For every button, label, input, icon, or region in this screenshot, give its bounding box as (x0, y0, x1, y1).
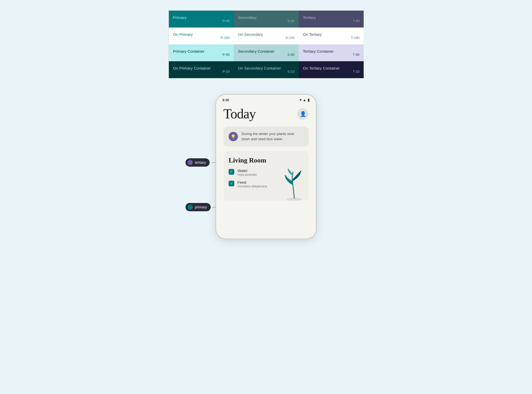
tertiary-label: tertiary (195, 160, 206, 165)
palette-cell: Primary P-40 (169, 11, 234, 28)
palette-cell: Secondary S-40 (234, 11, 299, 28)
cell-label: Tertiary (303, 15, 316, 20)
task-sub-feed: monstera siltepecana (237, 185, 267, 188)
task-text-water: Water hoya australis (237, 168, 257, 176)
palette-cell: Tertiary Container T-90 (299, 44, 364, 61)
palette-cell: On Primary Container P-10 (169, 61, 234, 78)
task-sub-water: hoya australis (237, 173, 257, 176)
tip-text: During the winter your plants slow down … (242, 131, 303, 142)
palette-cell: Secondary Container S-90 (234, 44, 299, 61)
cell-code: T-10 (353, 70, 360, 73)
tertiary-dot (188, 160, 193, 165)
cell-label: Tertiary Container (303, 49, 334, 53)
cell-code: T-90 (353, 53, 360, 57)
status-icons: ▾ ▲ ▮ (300, 98, 310, 102)
phone-area: tertiary primary 9:30 ▾ ▲ ▮ Today 👤 (183, 94, 349, 239)
cell-code: S-40 (288, 19, 295, 23)
cell-code: P-90 (223, 53, 230, 57)
palette-cell: On Tertiary Container T-10 (299, 61, 364, 78)
checkbox-feed[interactable]: ✓ (229, 181, 234, 186)
palette-cell: On Tertiary T-100 (299, 28, 364, 44)
phone-content: Today 👤 💡 During the winter your plants … (216, 104, 316, 208)
avatar-icon: 👤 (300, 111, 306, 117)
cell-code: P-100 (221, 36, 230, 40)
primary-pill: primary (185, 203, 211, 211)
tip-icon: 💡 (229, 132, 238, 141)
cell-code: T-100 (351, 36, 360, 40)
plant-section: Living Room ✓ Water hoya australis ✓ Fee… (223, 151, 309, 201)
cell-code: P-40 (223, 19, 230, 23)
cell-label: On Secondary Container (238, 66, 281, 70)
palette-cell: Tertiary T-40 (299, 11, 364, 28)
time-display: 9:30 (222, 98, 229, 102)
cell-label: On Tertiary Container (303, 66, 340, 70)
cell-code: T-40 (353, 19, 360, 23)
phone-mockup: 9:30 ▾ ▲ ▮ Today 👤 💡 During the winter y… (215, 94, 317, 239)
signal-icon: ▲ (303, 98, 306, 102)
phone-header: Today 👤 (223, 106, 309, 121)
task-name-water: Water (237, 168, 257, 173)
tip-card: 💡 During the winter your plants slow dow… (223, 127, 309, 147)
palette-cell: On Secondary S-100 (234, 28, 299, 44)
section-title: Living Room (229, 157, 303, 164)
cell-label: Secondary (238, 15, 257, 20)
cell-label: Primary Container (173, 49, 204, 53)
cell-code: S-100 (285, 36, 295, 40)
wifi-icon: ▾ (300, 98, 301, 102)
cell-label: Secondary Container (238, 49, 275, 53)
palette-cell: On Primary P-100 (169, 28, 234, 44)
color-palette: Primary P-40 Secondary S-40 Tertiary T-4… (169, 10, 363, 78)
page-title: Today (223, 106, 256, 121)
checkbox-water[interactable]: ✓ (229, 169, 234, 175)
status-bar: 9:30 ▾ ▲ ▮ (216, 95, 316, 104)
cell-label: On Secondary (238, 32, 263, 37)
primary-dot (188, 205, 193, 210)
tertiary-pill: tertiary (185, 158, 210, 167)
task-name-feed: Feed (237, 180, 267, 185)
cell-code: P-10 (223, 70, 230, 73)
cell-label: Primary (173, 15, 187, 20)
cell-code: S-90 (288, 53, 295, 57)
cell-code: S-10 (288, 70, 295, 73)
cell-label: On Primary Container (173, 66, 211, 70)
cell-label: On Tertiary (303, 32, 322, 37)
battery-icon: ▮ (308, 98, 310, 102)
plant-illustration (283, 167, 306, 201)
cell-label: On Primary (173, 32, 193, 37)
palette-cell: On Secondary Container S-10 (234, 61, 299, 78)
task-text-feed: Feed monstera siltepecana (237, 180, 267, 188)
palette-cell: Primary Container P-90 (169, 44, 234, 61)
avatar-button[interactable]: 👤 (297, 108, 309, 120)
primary-label: primary (195, 205, 207, 209)
